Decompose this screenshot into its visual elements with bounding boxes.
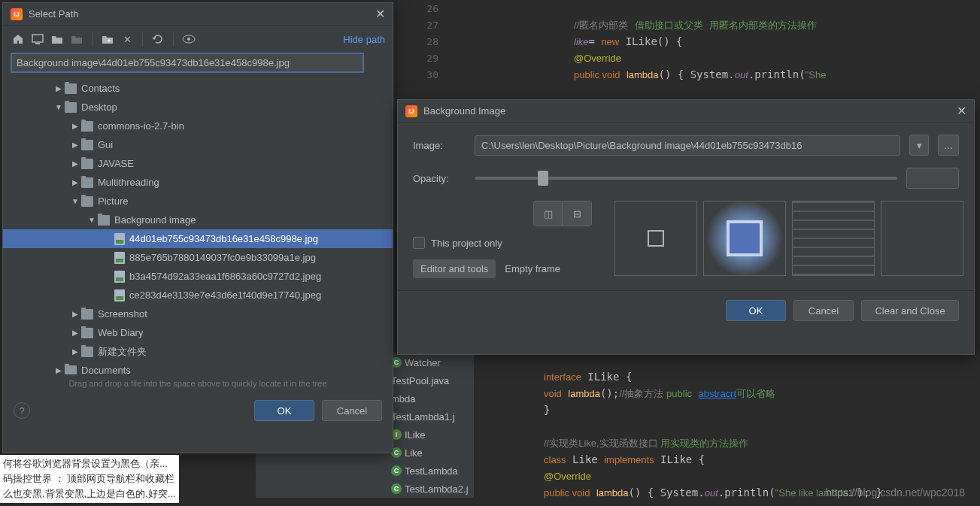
new-folder-icon[interactable]: [100, 32, 115, 47]
clear-close-button[interactable]: Clear and Close: [861, 300, 959, 321]
tree-row[interactable]: b3a4574d92a33eaa1f6863a60c9727d2.jpeg: [3, 267, 393, 286]
project-item[interactable]: CTestLambda: [256, 462, 474, 480]
chevron-down-icon[interactable]: ▼: [53, 103, 65, 111]
flip-vertical-icon[interactable]: ⊟: [563, 201, 591, 226]
code-line[interactable]: //实现类Like,实现函数接口 用实现类的方法操作: [544, 435, 748, 451]
desktop-icon[interactable]: [30, 32, 45, 47]
tree-row[interactable]: ▶Gui: [3, 135, 393, 154]
project-icon[interactable]: [50, 32, 65, 47]
tree-row[interactable]: ▼Picture: [3, 192, 393, 211]
tree-label: ce283d4e3139e7e43d6e1f40d9e17740.jpeg: [129, 289, 321, 301]
tree-label: Documents: [81, 365, 131, 374]
checkbox-icon[interactable]: [413, 237, 425, 249]
chevron-right-icon[interactable]: ▶: [53, 366, 65, 374]
tree-label: Web Diary: [98, 327, 143, 338]
tree-row[interactable]: ▶Contacts: [3, 79, 393, 98]
tree-label: Screenshot: [98, 308, 147, 320]
fill-plain-option[interactable]: [614, 201, 697, 276]
image-file-icon: [114, 252, 125, 264]
bg-dialog-title: Background Image: [423, 105, 957, 117]
folder-icon: [81, 196, 93, 207]
browse-button[interactable]: …: [938, 135, 959, 156]
fill-scale-option[interactable]: [703, 201, 786, 276]
opacity-value[interactable]: [910, 173, 980, 184]
folder-icon: [65, 102, 77, 113]
tree-label: Gui: [98, 139, 113, 150]
home-icon[interactable]: [11, 32, 26, 47]
tree-label: b3a4574d92a33eaa1f6863a60c9727d2.jpeg: [129, 271, 321, 282]
tree-row[interactable]: ▶Web Diary: [3, 323, 393, 342]
help-icon[interactable]: ?: [14, 402, 30, 419]
fill-tile-option[interactable]: [792, 201, 875, 276]
close-icon[interactable]: ✕: [375, 7, 385, 21]
tree-label: Picture: [98, 195, 128, 207]
chevron-right-icon[interactable]: ▶: [69, 329, 81, 337]
chevron-right-icon[interactable]: ▶: [53, 84, 65, 92]
dropdown-icon[interactable]: ▾: [909, 135, 929, 156]
folder-icon: [98, 215, 110, 226]
chevron-down-icon[interactable]: ▼: [86, 216, 98, 224]
anchor-grid[interactable]: [881, 201, 963, 276]
folder-icon: [65, 365, 77, 375]
code-line[interactable]: @Override: [544, 468, 591, 484]
tree-row[interactable]: ▶JAVASE: [3, 154, 393, 173]
tree-row[interactable]: ▶Documents: [3, 361, 393, 374]
ok-button[interactable]: OK: [254, 400, 314, 421]
code-line[interactable]: @Override: [574, 50, 621, 66]
project-item-label: ILike: [405, 429, 425, 441]
slider-thumb[interactable]: [538, 171, 548, 186]
tree-row[interactable]: ▶Multithreading: [3, 173, 393, 192]
chevron-right-icon[interactable]: ▶: [69, 141, 81, 149]
bg-ok-button[interactable]: OK: [726, 300, 786, 321]
code-line[interactable]: interface ILike {: [544, 368, 632, 385]
code-line[interactable]: }: [544, 401, 550, 418]
chevron-right-icon[interactable]: ▶: [69, 122, 81, 130]
code-line[interactable]: class Like implements ILike {: [544, 451, 705, 468]
tab-empty-frame[interactable]: Empty frame: [497, 259, 568, 278]
module-icon[interactable]: [69, 32, 84, 47]
close-icon[interactable]: ✕: [957, 104, 966, 118]
background-image-dialog: IJ Background Image ✕ Image: ▾ … Opacity…: [397, 99, 975, 355]
chevron-right-icon[interactable]: ▶: [69, 159, 81, 168]
drag-hint: Drag and drop a file into the space abov…: [3, 374, 393, 392]
tree-row[interactable]: 44d01eb755c93473db16e31e458c998e.jpg: [3, 229, 393, 248]
tree-row[interactable]: ▼Background image: [3, 211, 393, 229]
file-tree[interactable]: ▶Contacts▼Desktop▶commons-io-2.7-bin▶Gui…: [3, 77, 393, 374]
image-path-input[interactable]: [475, 135, 900, 156]
bg-cancel-button[interactable]: Cancel: [793, 300, 854, 321]
chevron-right-icon[interactable]: ▶: [69, 347, 81, 356]
project-item[interactable]: CTestLambda2.j: [256, 480, 474, 498]
folder-icon: [81, 309, 93, 320]
cancel-button[interactable]: Cancel: [322, 400, 382, 421]
code-line[interactable]: public void lambda() { System.out.printl…: [574, 66, 826, 83]
tree-row[interactable]: ▶Screenshot: [3, 305, 393, 323]
chevron-right-icon[interactable]: ▶: [69, 310, 81, 318]
path-input[interactable]: [11, 53, 364, 73]
image-file-icon: [114, 289, 125, 301]
show-hidden-icon[interactable]: [181, 32, 196, 47]
folder-icon: [81, 159, 93, 169]
tree-row[interactable]: ▶新建文件夹: [3, 342, 393, 361]
project-only-checkbox[interactable]: This project only: [413, 237, 592, 249]
delete-icon[interactable]: ✕: [120, 32, 135, 47]
tab-editor-tools[interactable]: Editor and tools: [413, 259, 496, 278]
dialog-title: Select Path: [29, 8, 375, 20]
code-line[interactable]: //匿名内部类 借助接口或父类 用匿名内部类的方法操作: [574, 17, 817, 33]
flip-horizontal-icon[interactable]: ◫: [534, 201, 563, 226]
code-line[interactable]: void lambda();//抽象方法 public abstracrt可以省…: [544, 385, 775, 401]
code-line[interactable]: like= new ILike() {: [574, 33, 683, 50]
tree-row[interactable]: ce283d4e3139e7e43d6e1f40d9e17740.jpeg: [3, 286, 393, 305]
folder-icon: [65, 83, 77, 94]
tree-row[interactable]: ▼Desktop: [3, 98, 393, 117]
opacity-spinner[interactable]: ▲▼: [906, 168, 959, 189]
tree-label: JAVASE: [98, 158, 134, 169]
history-icon[interactable]: [367, 53, 385, 73]
tree-label: commons-io-2.7-bin: [98, 120, 184, 132]
opacity-slider[interactable]: [475, 177, 897, 180]
refresh-icon[interactable]: [150, 32, 165, 47]
chevron-right-icon[interactable]: ▶: [69, 178, 81, 186]
chevron-down-icon[interactable]: ▼: [69, 197, 81, 205]
tree-row[interactable]: 885e765b7880149037fc0e9b33099a1e.jpg: [3, 248, 393, 267]
hide-path-link[interactable]: Hide path: [343, 34, 385, 45]
tree-row[interactable]: ▶commons-io-2.7-bin: [3, 117, 393, 135]
